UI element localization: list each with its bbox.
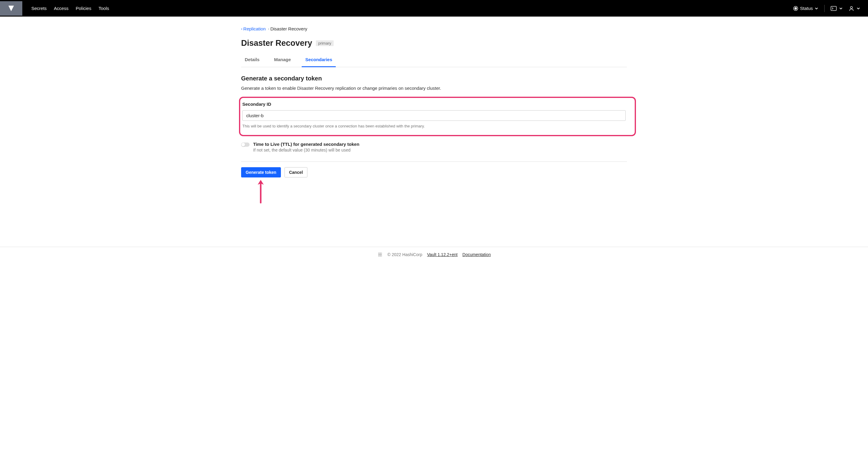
chevron-left-icon: ‹: [241, 27, 242, 31]
ttl-label: Time to Live (TTL) for generated seconda…: [253, 141, 359, 147]
ttl-helper: If not set, the default value (30 minute…: [253, 148, 359, 152]
navbar-right: Status: [793, 5, 868, 12]
generate-token-button[interactable]: Generate token: [241, 167, 281, 178]
hashicorp-icon: [377, 252, 383, 257]
user-icon: [849, 6, 854, 11]
vault-logo[interactable]: [0, 1, 22, 16]
secondary-id-field: Secondary ID This will be used to identi…: [242, 101, 626, 128]
tab-secondaries[interactable]: Secondaries: [302, 54, 336, 67]
section: Generate a secondary token Generate a to…: [241, 67, 627, 178]
tab-details[interactable]: Details: [241, 54, 263, 67]
breadcrumb-replication[interactable]: ‹ Replication: [241, 26, 266, 31]
ttl-row: Time to Live (TTL) for generated seconda…: [241, 136, 627, 152]
footer-version[interactable]: Vault 1.12.2+ent: [427, 252, 458, 257]
user-dropdown[interactable]: [849, 6, 860, 11]
ttl-toggle[interactable]: [241, 143, 250, 147]
svg-point-3: [850, 6, 852, 8]
page-header: Disaster Recovery primary: [241, 38, 627, 48]
section-title: Generate a secondary token: [241, 75, 627, 82]
highlight-annotation: Secondary ID This will be used to identi…: [239, 97, 636, 136]
svg-rect-2: [831, 6, 836, 10]
page-title: Disaster Recovery: [241, 38, 312, 48]
cancel-button[interactable]: Cancel: [284, 167, 307, 178]
arrow-annotation-icon: [256, 179, 265, 203]
footer-copyright: © 2022 HashiCorp: [388, 252, 422, 257]
content: ‹ Replication ‹ Disaster Recovery Disast…: [220, 17, 648, 178]
breadcrumb: ‹ Replication ‹ Disaster Recovery: [241, 26, 627, 31]
breadcrumb-parent-label: Replication: [243, 26, 266, 31]
chevron-down-icon: [857, 7, 860, 10]
terminal-icon: [831, 6, 837, 11]
status-dropdown[interactable]: Status: [793, 6, 818, 11]
nav-policies[interactable]: Policies: [76, 6, 91, 11]
status-label: Status: [800, 6, 813, 11]
chevron-down-icon: [815, 7, 818, 10]
secondary-id-input[interactable]: [242, 110, 626, 121]
breadcrumb-current-label: Disaster Recovery: [270, 26, 307, 31]
svg-point-1: [795, 7, 797, 10]
navbar: Secrets Access Policies Tools Status: [0, 0, 868, 17]
chevron-down-icon: [839, 7, 843, 10]
chevron-left-icon: ‹: [268, 27, 270, 31]
secondary-id-helper: This will be used to identify a secondar…: [242, 124, 626, 128]
secondary-id-label: Secondary ID: [242, 101, 626, 107]
tab-manage[interactable]: Manage: [270, 54, 294, 67]
button-row: Generate token Cancel: [241, 167, 627, 178]
status-indicator-icon: [793, 6, 798, 11]
breadcrumb-current: ‹ Disaster Recovery: [268, 26, 307, 31]
primary-badge: primary: [316, 40, 334, 46]
nav-access[interactable]: Access: [54, 6, 68, 11]
console-dropdown[interactable]: [831, 6, 843, 11]
divider: [824, 5, 825, 12]
divider: [241, 161, 627, 162]
vault-icon: [8, 5, 14, 12]
section-description: Generate a token to enable Disaster Reco…: [241, 86, 627, 91]
tabs: Details Manage Secondaries: [241, 54, 627, 67]
nav-secrets[interactable]: Secrets: [31, 6, 47, 11]
nav-tools[interactable]: Tools: [98, 6, 109, 11]
navbar-nav: Secrets Access Policies Tools: [31, 6, 793, 11]
footer-documentation[interactable]: Documentation: [462, 252, 491, 257]
footer: © 2022 HashiCorp Vault 1.12.2+ent Docume…: [0, 247, 868, 262]
